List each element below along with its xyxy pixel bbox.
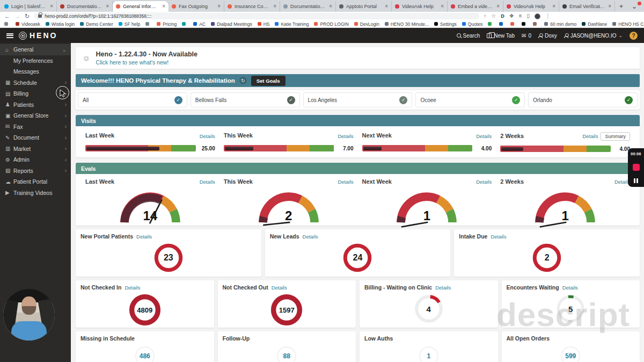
location-filter[interactable]: Los Angeles ✓ <box>303 92 413 107</box>
extensions-icon[interactable]: ❖ <box>509 13 514 19</box>
bookmark-item[interactable] <box>522 22 528 26</box>
bookmark-item[interactable]: Settings <box>434 21 457 27</box>
browser-tab[interactable]: Insurance Companies × <box>224 1 280 12</box>
browser-tab[interactable]: Documentation AI Bot × <box>280 1 336 12</box>
webcam-preview-bubble[interactable] <box>3 289 55 341</box>
side-panel-icon[interactable]: ▯ <box>527 13 530 19</box>
dashlane-extension-icon[interactable]: D <box>501 13 504 19</box>
sidebar-item[interactable]: ▥ Market › <box>0 143 71 155</box>
bookmark-item[interactable]: Wistia login <box>46 21 75 27</box>
details-link[interactable]: Details <box>338 133 353 139</box>
bookmark-item[interactable]: Demo Center <box>80 21 113 27</box>
refresh-icon[interactable]: ↻ <box>239 77 247 84</box>
browser-tab[interactable]: VideoAsk Help × <box>503 1 559 12</box>
pause-recording-button[interactable] <box>634 178 638 183</box>
details-link[interactable]: Details <box>125 285 140 291</box>
details-link[interactable]: Details <box>476 133 492 139</box>
tab-close-icon[interactable]: × <box>273 4 276 9</box>
tab-close-icon[interactable]: × <box>329 4 332 9</box>
sidebar-item[interactable]: Messages <box>0 66 71 77</box>
bookmark-item[interactable] <box>182 22 188 26</box>
bookmark-item[interactable]: 60 min demo <box>544 21 576 27</box>
browser-tab[interactable]: Embed a videoask on you... × <box>448 1 503 12</box>
bookmark-item[interactable]: HENO HS Cal <box>612 21 644 27</box>
sidebar-item[interactable]: ⌂ General ⌄ <box>0 44 71 55</box>
sidebar-item[interactable]: ▧ Reports › <box>0 165 71 177</box>
bookmark-item[interactable] <box>4 22 10 26</box>
details-link[interactable]: Details <box>435 285 451 291</box>
sidebar-item[interactable]: ⚙ Admin › <box>0 154 71 165</box>
reading-list-icon[interactable]: ≡ <box>519 13 522 19</box>
header-doxy[interactable]: Doxy <box>538 33 557 39</box>
reload-icon[interactable]: ↻ <box>25 13 30 19</box>
sidebar-item[interactable]: ✎ Document › <box>0 132 71 143</box>
tab-close-icon[interactable]: × <box>441 4 444 9</box>
sidebar-item[interactable]: ♟ Patients › <box>0 99 71 111</box>
header-mail[interactable]: ✉ 0 <box>522 33 531 39</box>
bookmark-item[interactable]: Katie Training <box>275 21 309 27</box>
bookmark-item[interactable]: HS <box>258 21 270 27</box>
back-icon[interactable]: ← <box>4 13 10 19</box>
details-link[interactable]: Details <box>476 179 492 185</box>
browser-tab[interactable]: Fax Outgoing × <box>169 1 224 12</box>
bookmark-item[interactable] <box>499 22 505 26</box>
details-link[interactable]: Details <box>200 179 215 185</box>
tab-close-icon[interactable]: × <box>608 4 611 9</box>
browser-profile-avatar[interactable] <box>535 13 540 19</box>
bookmark-item[interactable] <box>488 22 494 26</box>
sidebar-item[interactable]: ▣ General Store › <box>0 110 71 121</box>
browser-menu-icon[interactable]: ⋮ <box>545 13 551 19</box>
browser-tab[interactable]: Apptoto Portal × <box>336 1 392 12</box>
browser-tab[interactable]: Email Verification × <box>559 1 615 12</box>
share-icon[interactable]: ↑ <box>484 13 486 19</box>
bookmark-star-icon[interactable]: ☆ <box>491 13 496 19</box>
details-link[interactable]: Details <box>200 133 215 139</box>
stop-recording-button[interactable] <box>633 164 640 171</box>
bookmark-item[interactable]: DevLogin <box>354 21 379 27</box>
new-tab-button[interactable]: + <box>615 1 627 12</box>
location-filter[interactable]: All ✓ <box>78 92 187 107</box>
details-link[interactable]: Details <box>338 179 353 185</box>
browser-tab[interactable]: Documentation AI Bot | Vi... × <box>57 1 113 12</box>
sidebar-item[interactable]: My Preferences <box>0 55 71 67</box>
details-link[interactable]: Details <box>303 234 318 240</box>
tab-close-icon[interactable]: × <box>385 4 388 9</box>
set-goals-button[interactable]: Set Goals <box>251 76 286 86</box>
menu-hamburger-icon[interactable] <box>6 33 13 38</box>
release-whats-new-link[interactable]: Click here to see what's new! <box>96 59 197 66</box>
tab-close-icon[interactable]: × <box>106 4 109 9</box>
browser-tab[interactable]: VideoAsk Help × <box>392 1 448 12</box>
bookmark-item[interactable]: Pricing <box>157 21 177 27</box>
address-bar[interactable]: heno-prod2.com/ords/f?p=102:1:1627838108… <box>34 13 479 19</box>
details-link[interactable]: Details <box>582 133 598 139</box>
details-link[interactable]: Details <box>562 285 578 291</box>
sidebar-item[interactable]: ☁ Patient Portal <box>0 176 71 187</box>
bookmark-item[interactable]: Quotes <box>462 21 482 27</box>
location-filter[interactable]: Orlando ✓ <box>528 92 638 107</box>
header-user-menu[interactable]: JASON@HENO.IO ⌄ <box>564 33 623 39</box>
bookmark-item[interactable]: Videoask <box>16 21 40 27</box>
header-search[interactable]: Search <box>457 33 480 39</box>
bookmark-item[interactable]: SF help <box>119 21 140 27</box>
browser-tab[interactable]: General Information × <box>113 1 169 12</box>
browser-tab[interactable]: Login | Salesforce × <box>1 1 57 12</box>
bookmark-item[interactable] <box>533 22 539 26</box>
bookmark-item[interactable] <box>145 22 151 26</box>
bookmark-item[interactable]: HENO 30 Minute... <box>385 21 429 27</box>
bookmark-item[interactable]: Dashlane <box>582 21 607 27</box>
help-button[interactable]: ? <box>630 32 638 40</box>
forward-icon[interactable]: → <box>14 13 20 19</box>
bookmark-item[interactable]: Dialpad Meetings <box>211 21 252 27</box>
details-link[interactable]: Details <box>272 285 287 291</box>
summary-button[interactable]: Summary <box>601 132 630 141</box>
tab-close-icon[interactable]: × <box>552 4 555 9</box>
header-new-tab[interactable]: New Tab <box>487 33 515 39</box>
sidebar-item[interactable]: ▶ Training Videos <box>0 187 71 199</box>
bookmark-item[interactable]: PROD LOGIN <box>314 21 348 27</box>
bookmark-item[interactable]: AC <box>193 21 206 27</box>
tab-close-icon[interactable]: × <box>217 4 221 9</box>
details-link[interactable]: Details <box>136 234 152 240</box>
location-filter[interactable]: Ocoee ✓ <box>415 92 525 107</box>
bookmark-item[interactable] <box>510 22 516 26</box>
tab-close-icon[interactable]: × <box>496 4 500 9</box>
